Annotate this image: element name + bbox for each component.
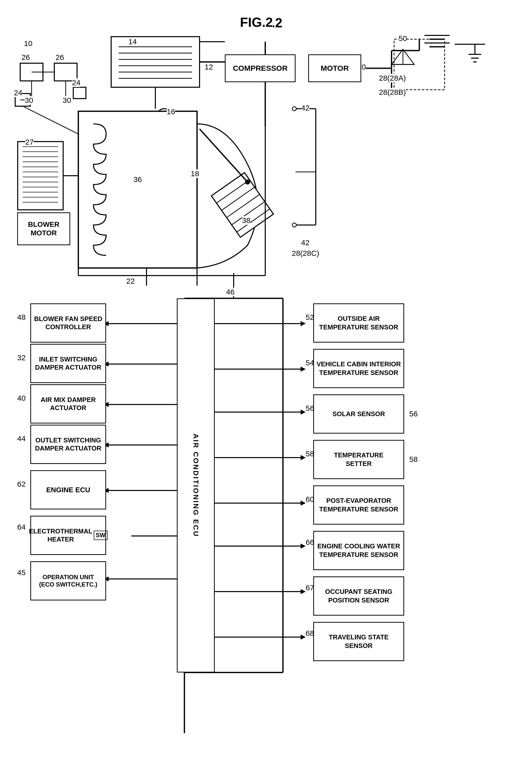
label-46: 46 bbox=[226, 288, 234, 296]
fig-title-label: FIG.2 bbox=[240, 15, 273, 30]
label-18: 18 bbox=[191, 169, 199, 178]
electrothermal-box: ELECTROTHERMAL HEATER SW bbox=[30, 516, 106, 555]
svg-marker-96 bbox=[301, 367, 306, 372]
label-32: 32 bbox=[17, 354, 26, 362]
svg-point-72 bbox=[292, 107, 296, 111]
label-10: 10 bbox=[24, 39, 32, 48]
engine-cooling-temp-box: ENGINE COOLING WATER TEMPERATURE SENSOR bbox=[313, 531, 404, 570]
label-28c: 28(28C) bbox=[292, 249, 319, 258]
label-14: 14 bbox=[128, 38, 137, 46]
traveling-state-box: TRAVELING STATE SENSOR bbox=[313, 622, 404, 661]
label-40: 40 bbox=[17, 394, 26, 402]
svg-marker-98 bbox=[301, 409, 306, 415]
label-62: 62 bbox=[17, 480, 26, 489]
svg-marker-94 bbox=[301, 321, 306, 326]
label-67: 67 bbox=[306, 584, 314, 592]
vehicle-cabin-temp-box: VEHICLE CABIN INTERIOR TEMPERATURE SENSO… bbox=[313, 349, 404, 388]
svg-point-73 bbox=[292, 223, 296, 227]
label-24a: 24 bbox=[14, 88, 22, 97]
label-64: 64 bbox=[17, 523, 26, 531]
label-54: 54 bbox=[306, 359, 314, 367]
svg-point-42 bbox=[245, 179, 250, 184]
label-44: 44 bbox=[17, 434, 26, 443]
label-38: 38 bbox=[242, 216, 250, 225]
label-45: 45 bbox=[17, 568, 26, 577]
svg-rect-9 bbox=[111, 37, 200, 87]
label-58: 58 bbox=[306, 450, 314, 458]
label-16: 16 bbox=[167, 107, 175, 116]
svg-line-41 bbox=[200, 129, 247, 182]
label-36: 36 bbox=[133, 175, 142, 184]
svg-rect-46 bbox=[73, 87, 86, 99]
outlet-switching-box: OUTLET SWITCHING DAMPER ACTUATOR bbox=[30, 425, 106, 464]
electrothermal-label: ELECTROTHERMAL HEATER bbox=[29, 527, 92, 543]
label-30b: 30 bbox=[63, 96, 71, 105]
label-26b: 26 bbox=[55, 53, 64, 62]
svg-marker-108 bbox=[301, 635, 306, 640]
label-26a: 26 bbox=[22, 53, 30, 62]
label-12: 12 bbox=[205, 63, 213, 71]
engine-ecu-box: ENGINE ECU bbox=[30, 470, 106, 509]
page: FIG.2 bbox=[0, 0, 532, 763]
occupant-seating-box: OCCUPANT SEATING POSITION SENSOR bbox=[313, 577, 404, 615]
label-27: 27 bbox=[25, 138, 34, 146]
outside-air-temp-box: OUTSIDE AIR TEMPERATURE SENSOR bbox=[313, 303, 404, 343]
air-mix-box: AIR MIX DAMPER ACTUATOR bbox=[30, 384, 106, 423]
solar-sensor-box: SOLAR SENSOR bbox=[313, 394, 404, 434]
svg-marker-102 bbox=[301, 500, 306, 506]
label-56: 56 bbox=[409, 409, 417, 418]
label-30a: 30 bbox=[25, 96, 33, 105]
svg-rect-35 bbox=[212, 173, 274, 237]
svg-marker-100 bbox=[301, 455, 306, 460]
air-conditioning-ecu-box: AIR CONDITIONING ECU bbox=[177, 298, 215, 673]
label-42b: 42 bbox=[301, 238, 310, 247]
operation-unit-box: OPERATION UNIT (ECO SWITCH,ETC.) bbox=[30, 561, 106, 600]
svg-rect-34 bbox=[78, 111, 197, 268]
label-60: 60 bbox=[306, 495, 314, 503]
blower-fan-speed-box: BLOWER FAN SPEED CONTROLLER bbox=[30, 303, 106, 343]
label-58b: 58 bbox=[409, 455, 417, 464]
inlet-switching-box: INLET SWITCHING DAMPER ACTUATOR bbox=[30, 344, 106, 383]
label-48: 48 bbox=[17, 313, 26, 322]
label-52: 52 bbox=[306, 313, 314, 322]
motor-box: MOTOR bbox=[308, 54, 361, 82]
sw-label: SW bbox=[94, 531, 108, 540]
label-28a: 28(28A) bbox=[379, 74, 406, 82]
blower-motor-box: BLOWER MOTOR bbox=[17, 212, 70, 245]
compressor-box: COMPRESSOR bbox=[225, 54, 296, 82]
svg-line-51 bbox=[23, 106, 78, 134]
label-50: 50 bbox=[399, 34, 407, 43]
label-28b: 28(28B) bbox=[379, 88, 406, 97]
svg-marker-104 bbox=[301, 544, 306, 549]
label-42a: 42 bbox=[301, 104, 310, 112]
temperature-setter-box: TEMPERATURE SETTER bbox=[313, 440, 404, 479]
label-22: 22 bbox=[126, 277, 134, 285]
post-evap-temp-box: POST-EVAPORATOR TEMPERATURE SENSOR bbox=[313, 486, 404, 525]
svg-marker-106 bbox=[301, 589, 306, 594]
label-68: 68 bbox=[306, 629, 314, 638]
label-66: 66 bbox=[306, 538, 314, 547]
label-24b: 24 bbox=[72, 78, 80, 87]
